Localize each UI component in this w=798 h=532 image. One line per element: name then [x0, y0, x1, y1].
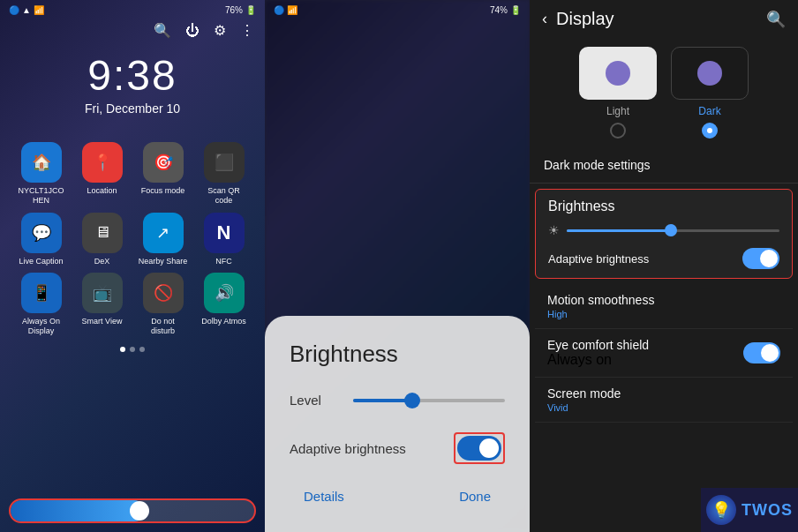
- settings-search-button[interactable]: 🔍: [766, 10, 786, 29]
- app-icon-aod: 📱: [21, 273, 62, 313]
- battery-text: 76%: [225, 5, 243, 15]
- signal-icon: 📶: [34, 5, 44, 15]
- power-icon[interactable]: ⏻: [185, 23, 200, 39]
- motion-smoothness-title: Motion smoothness: [547, 293, 780, 307]
- done-button[interactable]: Done: [445, 482, 505, 511]
- dark-mode-settings-label: Dark mode settings: [544, 158, 651, 172]
- status-icons-right: 76% 🔋: [225, 5, 256, 15]
- list-item[interactable]: Eye comfort shield Always on: [535, 329, 793, 378]
- dark-theme-circle: [697, 61, 722, 86]
- list-item[interactable]: Motion smoothness High: [535, 284, 793, 329]
- app-label-caption: Live Caption: [19, 257, 63, 266]
- list-item[interactable]: ⬛ Scan QRcode: [197, 142, 251, 206]
- dialog-status-left: 🔵 📶: [274, 5, 297, 15]
- clock-date: Fri, December 10: [0, 101, 265, 116]
- watermark-text: TWOS: [742, 501, 793, 520]
- screen-mode-subtitle: Vivid: [547, 402, 780, 413]
- app-label-dex: DeX: [94, 257, 110, 266]
- list-item[interactable]: 🏠 NYCLT1JCOHEN: [14, 142, 68, 206]
- list-item[interactable]: 📱 Always OnDisplay: [14, 273, 68, 336]
- app-grid: 🏠 NYCLT1JCOHEN 📍 Location 🎯 Focus mode ⬛…: [0, 124, 265, 343]
- app-label-nearbyshare: Nearby Share: [139, 257, 188, 266]
- light-theme-preview: [579, 47, 657, 100]
- brightness-control-row: ☀: [548, 223, 779, 237]
- list-item[interactable]: 🎯 Focus mode: [136, 142, 190, 206]
- dark-theme-radio[interactable]: [702, 123, 718, 139]
- app-label-dnd: Do notdisturb: [151, 317, 175, 336]
- settings-brightness-thumb: [665, 224, 677, 236]
- dialog-signal-icon: 📶: [287, 5, 297, 15]
- dot-1: [120, 347, 125, 352]
- details-button[interactable]: Details: [290, 482, 358, 511]
- screen-mode-title: Screen mode: [547, 386, 780, 401]
- time-display: 9:38 Fri, December 10: [0, 51, 265, 116]
- list-item[interactable]: 💬 Live Caption: [14, 213, 68, 266]
- app-label-aod: Always OnDisplay: [22, 317, 60, 336]
- adaptive-brightness-knob: [760, 250, 778, 267]
- battery-icon: 🔋: [245, 5, 256, 15]
- list-item[interactable]: ↗ Nearby Share: [136, 213, 190, 266]
- app-icon-dolby: 🔊: [204, 273, 245, 313]
- dialog-battery-text: 74%: [490, 5, 508, 15]
- settings-list: Motion smoothness High Eye comfort shiel…: [530, 284, 798, 423]
- theme-option-dark[interactable]: Dark: [671, 47, 749, 139]
- dot-3: [139, 347, 145, 352]
- adaptive-row: Adaptive brightness: [290, 432, 505, 464]
- motion-smoothness-subtitle: High: [547, 309, 780, 319]
- brightness-section-title: Brightness: [548, 199, 779, 214]
- adaptive-label: Adaptive brightness: [290, 441, 406, 456]
- level-label: Level: [290, 393, 343, 408]
- panel-brightness-dialog: 🔵 📶 74% 🔋 Brightness Level Adaptive brig…: [265, 0, 530, 532]
- status-icons-left: 🔵 ▲ 📶: [9, 5, 44, 15]
- back-button[interactable]: ‹: [542, 10, 547, 28]
- dialog-bt-icon: 🔵: [274, 5, 284, 15]
- app-label-nfc: NFC: [215, 257, 232, 266]
- level-slider[interactable]: [353, 399, 505, 402]
- bluetooth-icon: 🔵: [9, 5, 19, 15]
- top-bar-icons: 🔍 ⏻ ⚙ ⋮: [0, 20, 265, 44]
- more-icon[interactable]: ⋮: [240, 22, 254, 39]
- settings-brightness-slider[interactable]: [567, 229, 779, 232]
- brightness-bar-container: [9, 498, 256, 523]
- watermark: 💡 TWOS: [701, 488, 798, 532]
- app-icon-smartview: 📺: [82, 273, 123, 313]
- app-label-dolby: Dolby Atmos: [201, 317, 246, 326]
- brightness-section: Brightness ☀ Adaptive brightness: [535, 189, 793, 279]
- app-icon-focus: 🎯: [143, 142, 184, 183]
- list-item[interactable]: 🖥 DeX: [75, 213, 129, 266]
- adaptive-brightness-row: Adaptive brightness: [548, 248, 779, 269]
- list-item[interactable]: 📍 Location: [75, 142, 129, 206]
- list-item[interactable]: Screen mode Vivid: [535, 378, 793, 423]
- theme-selector: Light Dark: [530, 38, 798, 147]
- list-item[interactable]: 🚫 Do notdisturb: [136, 273, 190, 336]
- adaptive-brightness-toggle[interactable]: [742, 248, 779, 269]
- level-thumb: [404, 393, 420, 408]
- panel-display-settings: ‹ Display 🔍 Light Dark Dark mode setting…: [530, 0, 798, 532]
- sun-icon: ☀: [548, 223, 560, 237]
- app-icon-caption: 💬: [21, 213, 62, 253]
- theme-option-light[interactable]: Light: [579, 47, 657, 139]
- dark-theme-preview: [671, 47, 749, 100]
- list-item[interactable]: 🔊 Dolby Atmos: [197, 273, 251, 336]
- adaptive-toggle[interactable]: [457, 436, 501, 461]
- light-theme-circle: [606, 61, 630, 86]
- list-item[interactable]: 📺 Smart View: [75, 273, 129, 336]
- dialog-battery-icon: 🔋: [510, 5, 521, 15]
- wifi-icon: ▲: [22, 5, 31, 15]
- eye-comfort-knob: [761, 344, 779, 362]
- app-label-smartview: Smart View: [82, 317, 123, 326]
- settings-header: ‹ Display 🔍: [530, 0, 798, 38]
- light-theme-radio[interactable]: [610, 123, 626, 139]
- dialog-title: Brightness: [290, 341, 505, 368]
- app-icon-dex: 🖥: [82, 213, 123, 253]
- dot-2: [130, 347, 135, 352]
- dialog-status-bar: 🔵 📶 74% 🔋: [265, 0, 530, 20]
- watermark-icon: 💡: [706, 495, 736, 525]
- settings-header-left: ‹ Display: [542, 9, 614, 29]
- dark-mode-settings-link[interactable]: Dark mode settings: [530, 147, 798, 184]
- list-item[interactable]: N NFC: [197, 213, 251, 266]
- search-icon[interactable]: 🔍: [154, 22, 171, 39]
- eye-comfort-toggle[interactable]: [743, 342, 780, 363]
- settings-icon[interactable]: ⚙: [214, 22, 226, 39]
- brightness-bar[interactable]: [9, 498, 256, 523]
